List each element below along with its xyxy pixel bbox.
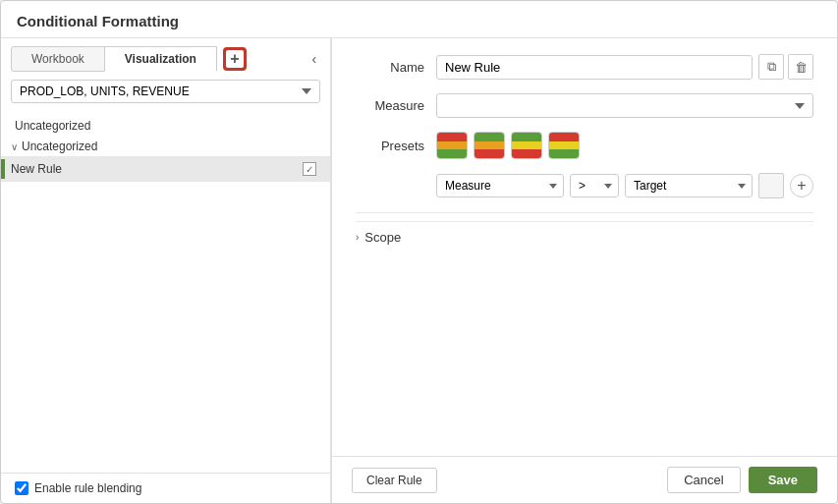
condition-target-dropdown[interactable]: Target bbox=[625, 174, 753, 197]
dialog-header: Conditional Formatting bbox=[1, 1, 837, 38]
section-divider bbox=[356, 212, 813, 213]
plus-icon: + bbox=[230, 50, 239, 68]
presets-row: Presets bbox=[356, 132, 813, 159]
name-input[interactable] bbox=[436, 55, 753, 80]
measure-row: Measure bbox=[356, 93, 813, 118]
copy-icon: ⧉ bbox=[767, 59, 776, 75]
right-content: Name ⧉ 🗑 Measure bbox=[332, 38, 837, 456]
plus-icon: + bbox=[797, 177, 806, 195]
collapse-icon: ‹ bbox=[311, 51, 316, 67]
check-icon: ✓ bbox=[306, 164, 313, 175]
tab-workbook[interactable]: Workbook bbox=[11, 46, 105, 72]
left-panel: Workbook Visualization + ‹ PROD_LOB, UNI… bbox=[1, 38, 331, 503]
cancel-button[interactable]: Cancel bbox=[667, 467, 740, 493]
dropdown-row: PROD_LOB, UNITS, REVENUE bbox=[1, 72, 330, 111]
dialog-title: Conditional Formatting bbox=[17, 13, 179, 29]
delete-button[interactable]: 🗑 bbox=[788, 54, 813, 80]
presets-container bbox=[436, 132, 580, 159]
presets-label: Presets bbox=[356, 139, 424, 153]
bottom-row: Enable rule blending bbox=[1, 473, 330, 503]
item-checkbox[interactable]: ✓ bbox=[303, 162, 316, 176]
preset-2[interactable] bbox=[474, 132, 505, 159]
data-source-dropdown[interactable]: PROD_LOB, UNITS, REVENUE bbox=[11, 80, 320, 103]
enable-rule-blending-label: Enable rule blending bbox=[34, 481, 141, 495]
name-label: Name bbox=[356, 60, 424, 75]
enable-rule-blending-checkbox[interactable] bbox=[15, 481, 28, 495]
condition-operator-dropdown[interactable]: > < = bbox=[570, 174, 619, 197]
clear-rule-button[interactable]: Clear Rule bbox=[352, 468, 437, 493]
scope-chevron-icon: › bbox=[356, 232, 359, 243]
trash-icon: 🗑 bbox=[795, 60, 808, 75]
section-label: Uncategorized bbox=[1, 115, 330, 137]
footer-actions: Cancel Save bbox=[667, 467, 817, 493]
save-button[interactable]: Save bbox=[749, 467, 817, 493]
dialog-body: Workbook Visualization + ‹ PROD_LOB, UNI… bbox=[1, 38, 837, 503]
scope-label: Scope bbox=[364, 230, 401, 245]
collapse-button[interactable]: ‹ bbox=[307, 49, 320, 69]
condition-measure-dropdown[interactable]: Measure bbox=[436, 174, 564, 197]
tree-item-label: Uncategorized bbox=[22, 140, 316, 153]
tree-item-label: New Rule bbox=[11, 162, 303, 176]
tree-item-uncategorized[interactable]: ∨ Uncategorized bbox=[1, 137, 330, 156]
tab-visualization[interactable]: Visualization bbox=[105, 46, 217, 72]
right-panel: Name ⧉ 🗑 Measure bbox=[332, 38, 837, 503]
tree-area: Uncategorized ∨ Uncategorized New Rule ✓ bbox=[1, 111, 330, 473]
name-row: Name ⧉ 🗑 bbox=[356, 54, 813, 80]
conditional-formatting-dialog: Conditional Formatting Workbook Visualiz… bbox=[0, 0, 838, 504]
right-footer: Clear Rule Cancel Save bbox=[332, 456, 837, 503]
condition-row: Measure > < = Target + bbox=[356, 173, 813, 198]
scope-row[interactable]: › Scope bbox=[356, 221, 813, 252]
preset-4[interactable] bbox=[548, 132, 580, 159]
add-tab-button[interactable]: + bbox=[223, 47, 247, 71]
tree-item-new-rule[interactable]: New Rule ✓ bbox=[1, 156, 330, 182]
color-picker-button[interactable] bbox=[758, 173, 784, 198]
measure-dropdown[interactable] bbox=[436, 93, 813, 118]
copy-button[interactable]: ⧉ bbox=[758, 54, 784, 80]
add-condition-button[interactable]: + bbox=[790, 174, 813, 197]
name-actions: ⧉ 🗑 bbox=[758, 54, 813, 80]
preset-3[interactable] bbox=[511, 132, 542, 159]
preset-1[interactable] bbox=[436, 132, 468, 159]
selection-indicator bbox=[1, 159, 5, 179]
tabs-row: Workbook Visualization + ‹ bbox=[1, 38, 330, 72]
chevron-down-icon: ∨ bbox=[11, 141, 18, 152]
measure-label: Measure bbox=[356, 98, 424, 113]
